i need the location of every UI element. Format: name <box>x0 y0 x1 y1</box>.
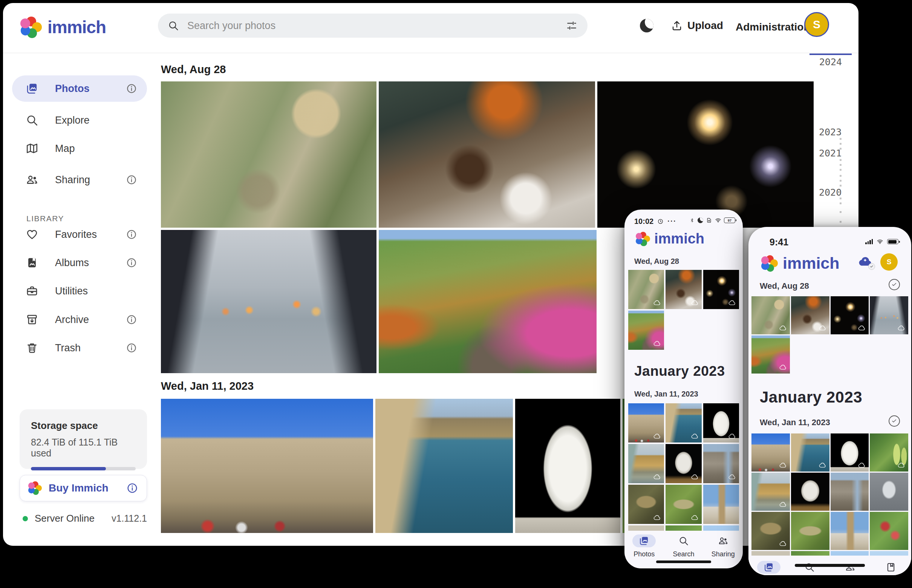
thumb-lizard[interactable] <box>751 512 790 550</box>
sidebar-item-label: Sharing <box>55 174 109 186</box>
thumb-fortress-walls[interactable] <box>751 433 790 472</box>
thumb-fireworks[interactable] <box>703 270 739 309</box>
thumb-fortress-walls[interactable] <box>628 403 664 443</box>
tab-library[interactable]: Library <box>870 557 911 575</box>
filter-sliders-icon[interactable] <box>566 19 578 32</box>
thumb-church-tower[interactable] <box>831 512 869 550</box>
administration-link[interactable]: Administration <box>736 21 810 33</box>
photo-autumn-park-path[interactable] <box>379 230 597 373</box>
photo-marble-bust[interactable] <box>515 399 620 533</box>
thumb-marble-bust[interactable] <box>831 433 869 472</box>
storage-progress-fill <box>31 467 106 470</box>
info-icon[interactable] <box>126 257 137 268</box>
moon-icon <box>697 218 703 223</box>
thumb-red-flowers[interactable] <box>791 551 830 556</box>
tab-photos[interactable]: Photos <box>749 557 789 575</box>
thumb-fireworks[interactable] <box>831 296 869 334</box>
info-icon[interactable] <box>126 83 137 94</box>
sidebar-item-label: Map <box>55 143 137 155</box>
info-icon[interactable] <box>126 482 138 494</box>
thumb-stone-ruins[interactable] <box>831 473 869 511</box>
photo-fortress-walls[interactable] <box>161 399 373 533</box>
thumb-beach[interactable] <box>628 525 664 531</box>
scrubber-tick <box>839 202 841 204</box>
sidebar-item-favorites[interactable]: Favorites <box>12 221 147 248</box>
thumb-coastal-fort[interactable] <box>791 433 830 472</box>
thumb-lizard-moss[interactable] <box>791 512 830 550</box>
thumb-monkeys-zoo[interactable] <box>751 296 790 334</box>
thumb-autumn-park[interactable] <box>751 336 790 373</box>
select-all-check-icon[interactable] <box>889 415 900 426</box>
server-version: v1.112.1 <box>111 513 147 524</box>
ios-status-bar-time: 9:41 <box>770 237 788 248</box>
scrubber-year-2024[interactable]: 2024 <box>819 57 842 68</box>
sidebar-item-utilities[interactable]: Utilities <box>12 278 147 304</box>
scrubber-year-2021[interactable]: 2021 <box>819 148 841 159</box>
user-avatar[interactable]: S <box>880 253 897 271</box>
photo-fireworks[interactable] <box>597 81 814 228</box>
select-all-check-icon[interactable] <box>889 279 900 290</box>
sidebar-item-sharing[interactable]: Sharing <box>12 166 147 193</box>
search-input[interactable] <box>187 19 558 32</box>
thumb-blue-sky[interactable] <box>870 551 908 556</box>
scrubber-year-2023[interactable]: 2023 <box>819 127 841 137</box>
photo-monkeys-zoo[interactable] <box>161 81 376 228</box>
scrubber-tick <box>839 138 841 140</box>
cloud-backup-icon <box>818 324 827 333</box>
sidebar-item-trash[interactable]: Trash <box>12 335 147 361</box>
search-icon <box>168 20 179 31</box>
search-bar[interactable] <box>158 14 588 38</box>
thumb-blue-sky[interactable] <box>703 525 739 531</box>
info-icon[interactable] <box>126 314 137 325</box>
sidebar-item-map[interactable]: Map <box>12 135 147 162</box>
info-icon[interactable] <box>126 229 137 240</box>
thumb-marble-bust[interactable] <box>703 403 739 443</box>
alarm-clock-icon <box>657 218 663 225</box>
info-icon[interactable] <box>126 174 137 186</box>
thumb-monkeys-zoo[interactable] <box>628 270 664 309</box>
status-ellipsis: ··· <box>667 218 676 225</box>
thumb-autumn-dinner[interactable] <box>665 270 701 309</box>
scrubber-year-2020[interactable]: 2020 <box>819 187 841 198</box>
sidebar-item-archive[interactable]: Archive <box>12 307 147 333</box>
thumb-silver-sculpture[interactable] <box>870 473 908 511</box>
sidebar-item-photos[interactable]: Photos <box>12 75 147 102</box>
app-logo: immich <box>20 16 106 38</box>
immich-flower-icon <box>20 16 42 38</box>
dark-mode-toggle-icon[interactable] <box>640 19 654 32</box>
info-icon[interactable] <box>126 342 137 354</box>
cloud-backup-icon <box>897 324 906 333</box>
buy-immich-button[interactable]: Buy Immich <box>19 475 147 501</box>
app-logo-text: immich <box>654 231 704 247</box>
thumb-stone-sculpture[interactable] <box>791 473 830 511</box>
thumb-lizard-moss[interactable] <box>665 485 701 524</box>
photo-row <box>161 81 814 228</box>
thumb-green-berries[interactable] <box>870 433 908 472</box>
thumb-red-flowers[interactable] <box>665 525 701 531</box>
photo-coastal-fort[interactable] <box>375 399 513 533</box>
thumb-beach[interactable] <box>751 551 790 556</box>
upload-button[interactable]: Upload <box>671 19 723 32</box>
photos-icon <box>763 562 774 573</box>
thumb-blue-sky[interactable] <box>831 551 869 556</box>
thumb-beach-cliff[interactable] <box>628 444 664 483</box>
sidebar-item-explore[interactable]: Explore <box>12 107 147 133</box>
scrubber-tick <box>839 197 841 199</box>
cloud-sync-icon[interactable]: ✦ <box>857 254 874 269</box>
thumb-holding-hands[interactable] <box>870 296 908 334</box>
thumb-lizard[interactable] <box>628 485 664 524</box>
sidebar-item-albums[interactable]: Albums <box>12 250 147 276</box>
photo-autumn-dinner-table[interactable] <box>379 81 595 228</box>
scrubber-tick <box>839 159 841 161</box>
photo-holding-hands[interactable] <box>161 230 376 373</box>
sidebar-item-label: Favorites <box>55 229 109 241</box>
thumb-stone-sculpture[interactable] <box>665 444 701 483</box>
thumb-autumn-dinner[interactable] <box>791 296 830 334</box>
thumb-church-tower[interactable] <box>703 485 739 524</box>
thumb-beach-cliff[interactable] <box>751 473 790 511</box>
thumb-stone-ruins[interactable] <box>703 444 739 483</box>
thumb-coastal-fort[interactable] <box>665 403 701 443</box>
thumb-autumn-park[interactable] <box>628 310 664 350</box>
user-avatar[interactable]: S <box>804 12 829 37</box>
thumb-red-flowers[interactable] <box>870 512 908 550</box>
